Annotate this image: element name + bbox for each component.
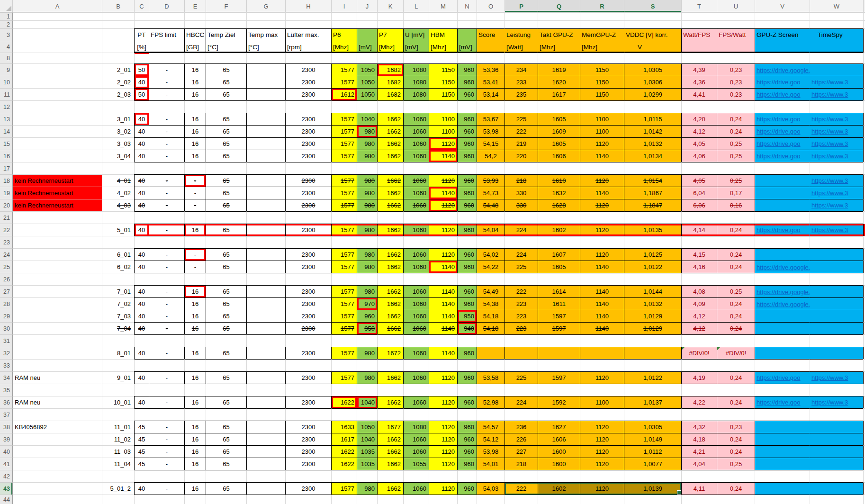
cell-P10[interactable]: 233	[505, 76, 538, 88]
cell-E35[interactable]	[184, 384, 206, 396]
cell-S29[interactable]: 1,0129	[624, 310, 681, 322]
cell-Q28[interactable]: 1611	[538, 297, 580, 310]
cell-G44[interactable]	[246, 495, 285, 504]
cell-U2[interactable]	[717, 20, 755, 28]
cell-O43[interactable]: 54,03	[477, 482, 505, 495]
cell-W33[interactable]	[810, 359, 863, 371]
cell-V15[interactable]: https://drive.goo	[755, 137, 810, 150]
cell-K16[interactable]: 1662	[377, 150, 403, 162]
cell-R34[interactable]: 1120	[580, 371, 624, 384]
cell-N42[interactable]	[457, 470, 477, 482]
cell-O42[interactable]	[477, 470, 505, 482]
cell-K25[interactable]: 1662	[377, 261, 403, 273]
cell-R36[interactable]: 1100	[580, 396, 624, 408]
cell-N23[interactable]	[457, 236, 477, 248]
cell-T35[interactable]	[681, 384, 717, 396]
cell-S9[interactable]: 1,0305	[624, 63, 681, 76]
cell-N25[interactable]: 960	[457, 261, 477, 273]
cell-Q24[interactable]: 1607	[538, 248, 580, 261]
row-header-12[interactable]: 12	[0, 100, 12, 113]
cell-D18[interactable]: -	[149, 174, 184, 187]
cell-M13[interactable]: 1100	[429, 113, 457, 125]
cell-V17[interactable]	[755, 162, 810, 174]
cell-H19[interactable]: 2300	[285, 187, 331, 199]
cell-G16[interactable]	[246, 150, 285, 162]
cell-E12[interactable]	[184, 100, 206, 113]
cell-B33[interactable]	[102, 359, 134, 371]
cell-S30[interactable]: 1,0129	[624, 322, 681, 334]
row-header-14[interactable]: 14	[0, 125, 12, 137]
cell-H16[interactable]: 2300	[285, 150, 331, 162]
cell-K11[interactable]: 1682	[377, 88, 403, 100]
cell-F16[interactable]: 65	[206, 150, 246, 162]
cell-R27[interactable]: 1140	[580, 285, 624, 297]
cell-Q41[interactable]: 1600	[538, 458, 580, 470]
row-header-34[interactable]: 34	[0, 371, 12, 384]
cell-F21[interactable]	[206, 211, 246, 224]
cell-J29[interactable]: 960	[357, 310, 377, 322]
cell-W13[interactable]: https://www.3	[810, 113, 863, 125]
col-header-E[interactable]: E	[184, 0, 206, 12]
cell-R32[interactable]	[580, 347, 624, 359]
cell-S37[interactable]	[624, 408, 681, 421]
cell-C17[interactable]	[134, 162, 149, 174]
cell-O15[interactable]: 54,15	[477, 137, 505, 150]
cell-V25[interactable]: https://drive.google.com/file/d	[755, 261, 810, 273]
row-header-33[interactable]: 33	[0, 359, 12, 371]
cell-N9[interactable]: 960	[457, 63, 477, 76]
cell-H35[interactable]	[285, 384, 331, 396]
cell-L31[interactable]	[403, 334, 429, 347]
gpuz-screen-link-34[interactable]: https://drive.goo	[757, 374, 801, 381]
cell-Q15[interactable]: 1605	[538, 137, 580, 150]
cell-I14[interactable]: 1577	[331, 125, 357, 137]
cell-H17[interactable]	[285, 162, 331, 174]
cell-I2[interactable]	[331, 20, 357, 28]
cell-N35[interactable]	[457, 384, 477, 396]
cell-J1[interactable]	[357, 12, 377, 20]
cell-I44[interactable]	[331, 495, 357, 504]
cell-A34[interactable]: RAM neu	[12, 371, 102, 384]
cell-K10[interactable]: 1682	[377, 76, 403, 88]
cell-D12[interactable]	[149, 100, 184, 113]
cell-O22[interactable]: 54,04	[477, 224, 505, 236]
selection-fill-handle[interactable]	[677, 490, 681, 495]
cell-L8[interactable]	[403, 53, 429, 63]
cell-N16[interactable]: 960	[457, 150, 477, 162]
cell-L39[interactable]: 1060	[403, 433, 429, 445]
cell-J14[interactable]: 980	[357, 125, 377, 137]
cell-E14[interactable]: 16	[184, 125, 206, 137]
cell-S13[interactable]: 1,0115	[624, 113, 681, 125]
cell-Q19[interactable]: 1632	[538, 187, 580, 199]
cell-A11[interactable]	[12, 88, 102, 100]
cell-I17[interactable]	[331, 162, 357, 174]
cell-N4[interactable]: [mV]	[457, 41, 477, 53]
gpuz-screen-link-28[interactable]: https://drive.google.com/file/d	[757, 300, 810, 307]
col-header-V[interactable]: V	[755, 0, 810, 12]
cell-R43[interactable]: 1120	[580, 482, 624, 495]
cell-C1[interactable]	[134, 12, 149, 20]
timespy-link-20[interactable]: https://www.3	[811, 202, 848, 209]
cell-M18[interactable]: 1120	[429, 174, 457, 187]
cell-E39[interactable]: 16	[184, 433, 206, 445]
cell-V38[interactable]	[755, 421, 810, 433]
cell-W11[interactable]: https://www.3	[810, 88, 863, 100]
col-header-U[interactable]: U	[717, 0, 755, 12]
timespy-link-22[interactable]: https://www.3	[811, 226, 848, 234]
cell-R40[interactable]: 1120	[580, 445, 624, 458]
cell-E4[interactable]: [GB]	[184, 41, 206, 53]
row-header-22[interactable]: 22	[0, 224, 12, 236]
cell-O8[interactable]	[477, 53, 505, 63]
cell-J23[interactable]	[357, 236, 377, 248]
cell-O40[interactable]: 53,98	[477, 445, 505, 458]
cell-J25[interactable]: 980	[357, 261, 377, 273]
cell-N41[interactable]: 960	[457, 458, 477, 470]
cell-E22[interactable]: 16	[184, 224, 206, 236]
cell-K18[interactable]: 1662	[377, 174, 403, 187]
gpuz-screen-link-22[interactable]: https://drive.goo	[757, 226, 801, 234]
cell-L28[interactable]: 1060	[403, 297, 429, 310]
cell-A15[interactable]	[12, 137, 102, 150]
cell-H13[interactable]: 2300	[285, 113, 331, 125]
cell-B15[interactable]: 3_03	[102, 137, 134, 150]
cell-A33[interactable]	[12, 359, 102, 371]
cell-U30[interactable]: 0,24	[717, 322, 755, 334]
